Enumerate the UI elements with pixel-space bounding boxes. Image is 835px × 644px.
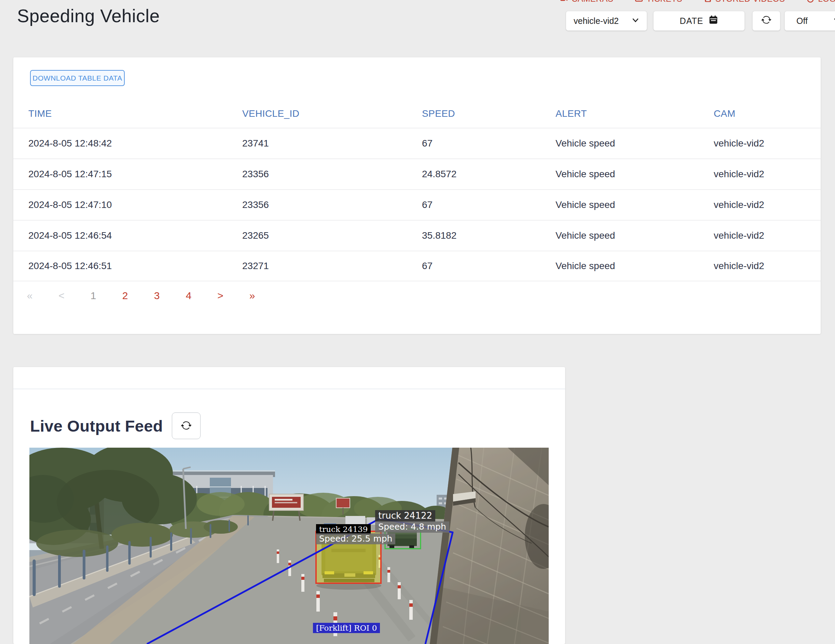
table-cell: 67 [422,138,556,149]
nav-tickets[interactable]: TICKETS [634,0,682,4]
pagination-first: « [23,290,37,302]
table-body: 2024-8-05 12:48:422374167Vehicle speedve… [13,128,820,281]
table-cell: 23741 [242,138,422,149]
table-cell: 2024-8-05 12:46:54 [28,230,242,241]
table-cell: vehicle-vid2 [714,200,820,210]
nav-logout[interactable]: LOG OUT [806,0,835,4]
nav-label: LOG OUT [818,0,835,4]
detection-speed-truck-24139: Speed: 25.5 mph [316,534,395,545]
table-cell: 67 [422,261,556,271]
table-cell: 35.8182 [422,230,556,241]
table-row: 2024-8-05 12:46:512327167Vehicle speedve… [13,251,820,281]
table-cell: 2024-8-05 12:47:15 [28,169,242,180]
table-cell: 23356 [242,200,422,210]
camera-select-value: vehicle-vid2 [573,16,619,26]
table-cell: 2024-8-05 12:46:51 [28,261,242,271]
table-cell: 23356 [242,169,422,180]
camera-icon [560,0,569,3]
table-cell: Vehicle speed [556,138,714,149]
pagination-page-4[interactable]: 4 [182,290,195,302]
table-cell: Vehicle speed [556,169,714,180]
roi-label: [Forklift] ROI 0 [313,623,380,633]
table-cell: 24.8572 [422,169,556,180]
live-feed-card: Live Output Feed [13,367,565,644]
alerts-table-card: DOWNLOAD TABLE DATA TIME VEHICLE_ID SPEE… [13,57,820,334]
column-header-speed: SPEED [422,108,556,119]
table-cell: 67 [422,200,556,210]
table-row: 2024-8-05 12:48:422374167Vehicle speedve… [13,128,820,159]
live-feed-image [29,448,549,644]
page-title: Speeding Vehicle [17,5,160,26]
camera-select[interactable]: vehicle-vid2 [566,11,647,31]
table-cell: 2024-8-05 12:48:42 [28,138,242,149]
table-row: 2024-8-05 12:47:152335624.8572Vehicle sp… [13,159,820,189]
table-row: 2024-8-05 12:46:542326535.8182Vehicle sp… [13,220,820,251]
logout-icon [806,0,815,3]
nav-label: TICKETS [647,0,682,4]
chevron-down-icon [833,16,835,26]
refresh-icon [181,420,192,432]
chevron-down-icon [632,16,639,26]
pagination: «<1234>» [23,290,277,302]
table-cell: Vehicle speed [556,200,714,210]
refresh-icon [761,15,772,27]
table-cell: 23265 [242,230,422,241]
table-cell: 2024-8-05 12:47:10 [28,200,242,210]
nav-label: STORED VIDEOS [715,0,785,4]
date-button-label: DATE [680,16,703,26]
nav-label: CAMERAS [572,0,613,4]
column-header-time: TIME [28,108,242,119]
feed-refresh-button[interactable] [172,412,201,439]
column-header-cam: CAM [714,108,820,119]
top-navbar: CAMERAS TICKETS STORED VIDEOS LOG OUT [560,0,835,4]
ticket-icon [634,0,643,3]
table-row: 2024-8-05 12:47:102335667Vehicle speedve… [13,189,820,220]
pagination-last[interactable]: » [245,290,259,302]
column-header-alert: ALERT [556,108,714,119]
pagination-next[interactable]: > [214,290,227,302]
camera-feed: truck 24122 Speed: 4.8 mph truck 24139 S… [29,448,549,644]
table-cell: 23271 [242,261,422,271]
detection-speed-truck-24122: Speed: 4.8 mph [375,521,449,533]
nav-cameras[interactable]: CAMERAS [560,0,613,4]
pagination-page-1: 1 [86,290,100,302]
live-feed-title: Live Output Feed [30,417,163,435]
table-cell: vehicle-vid2 [714,169,820,180]
stored-videos-icon [703,0,712,3]
pagination-prev: < [55,290,68,302]
refresh-button[interactable] [752,11,780,31]
table-cell: vehicle-vid2 [714,138,820,149]
table-cell: vehicle-vid2 [714,261,820,271]
nav-stored-videos[interactable]: STORED VIDEOS [703,0,785,4]
table-header-row: TIME VEHICLE_ID SPEED ALERT CAM [13,100,820,128]
power-select-value: Off [796,16,808,26]
calendar-icon [708,15,718,27]
column-header-vehicle-id: VEHICLE_ID [242,108,422,119]
detection-label-truck-24122: truck 24122 [375,510,435,522]
table-cell: vehicle-vid2 [714,230,820,241]
card-header-strip [13,367,565,389]
power-select[interactable]: Off [785,11,835,31]
download-table-data-button[interactable]: DOWNLOAD TABLE DATA [30,70,125,86]
pagination-page-3[interactable]: 3 [150,290,164,302]
pagination-page-2[interactable]: 2 [118,290,132,302]
table-cell: Vehicle speed [556,230,714,241]
date-button[interactable]: DATE [653,11,745,31]
table-cell: Vehicle speed [556,261,714,271]
